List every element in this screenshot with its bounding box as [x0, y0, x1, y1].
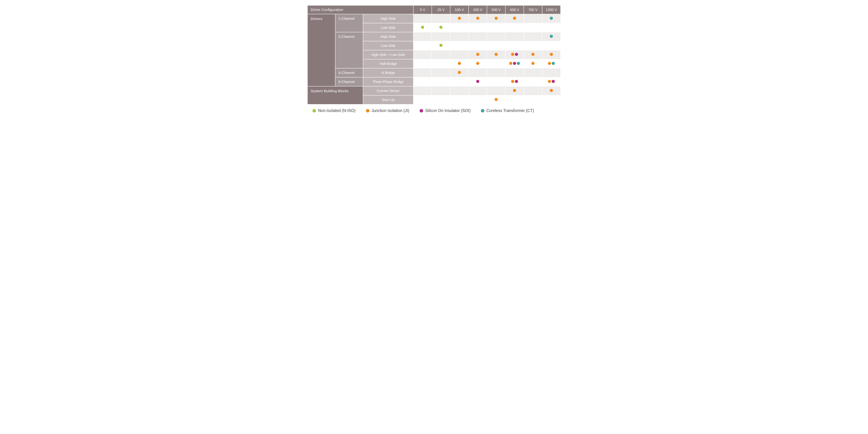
data-cell [469, 95, 487, 104]
row-label: Low-Side [363, 41, 413, 50]
data-cell [505, 59, 524, 68]
data-cell [469, 50, 487, 59]
legend: Non-Isolated (N-ISO)Junction Isolation (… [307, 108, 561, 113]
data-cell [432, 41, 450, 50]
data-cell [487, 32, 505, 41]
data-cell [524, 23, 542, 32]
data-cell [413, 68, 432, 77]
row-label: Three-Phase Bridge [363, 77, 413, 86]
data-cell [505, 41, 524, 50]
data-cell [450, 32, 469, 41]
data-cell [450, 41, 469, 50]
data-cell [505, 77, 524, 86]
row-label: High-Side [363, 14, 413, 23]
data-cell [542, 68, 561, 77]
data-cell [505, 14, 524, 23]
data-cell [487, 86, 505, 95]
data-cell [450, 77, 469, 86]
data-cell [524, 68, 542, 77]
niso-icon [312, 109, 316, 113]
legend-item-niso: Non-Isolated (N-ISO) [312, 108, 355, 113]
data-cell [432, 86, 450, 95]
ji-dot [458, 71, 461, 74]
data-cell [524, 77, 542, 86]
ji-dot [513, 89, 516, 92]
ji-dot [550, 89, 553, 92]
data-cell [542, 86, 561, 95]
ji-dot [550, 53, 553, 56]
soi-icon [420, 109, 423, 113]
ct-dot [550, 17, 553, 20]
data-cell [524, 50, 542, 59]
data-cell [542, 77, 561, 86]
header-voltage: 200 V [469, 5, 487, 14]
data-cell [487, 23, 505, 32]
data-cell [413, 95, 432, 104]
legend-item-ct: Coreless Transformer (CT) [481, 108, 534, 113]
data-cell [487, 77, 505, 86]
ct-icon [481, 109, 484, 113]
data-cell [542, 23, 561, 32]
header-voltage: 600 V [505, 5, 524, 14]
data-cell [413, 86, 432, 95]
ji-dot [548, 80, 551, 83]
ji-dot [476, 62, 479, 65]
ji-dot [511, 53, 514, 56]
legend-label: Non-Isolated (N-ISO) [318, 108, 355, 113]
legend-label: Silicon On Insulator (SOI) [425, 108, 470, 113]
row-label: Low-Side [363, 23, 413, 32]
data-cell [469, 77, 487, 86]
data-cell [432, 77, 450, 86]
ji-dot [495, 53, 498, 56]
header-voltage: 25 V [432, 5, 450, 14]
header-voltage: 1200 V [542, 5, 561, 14]
data-cell [432, 59, 450, 68]
data-cell [413, 32, 432, 41]
data-cell [542, 95, 561, 104]
data-cell [487, 41, 505, 50]
data-cell [542, 50, 561, 59]
ji-dot [476, 17, 479, 20]
driver-config-table: Driver Configuration5 V25 V100 V200 V500… [307, 5, 561, 104]
data-cell [524, 59, 542, 68]
data-cell [450, 14, 469, 23]
data-cell [487, 14, 505, 23]
data-cell [524, 86, 542, 95]
data-cell [432, 23, 450, 32]
header-config: Driver Configuration [307, 5, 413, 14]
row-label: Current Sense [363, 86, 413, 95]
data-cell [450, 86, 469, 95]
data-cell [542, 32, 561, 41]
legend-item-soi: Silicon On Insulator (SOI) [420, 108, 470, 113]
data-cell [450, 50, 469, 59]
data-cell [487, 68, 505, 77]
soi-dot [515, 53, 518, 56]
soi-dot [515, 80, 518, 83]
channel-label: 4-Channel [335, 68, 363, 77]
data-cell [487, 95, 505, 104]
data-cell [524, 41, 542, 50]
data-cell [505, 95, 524, 104]
data-cell [413, 41, 432, 50]
data-cell [469, 14, 487, 23]
data-cell [542, 14, 561, 23]
soi-dot [513, 62, 516, 65]
ji-dot [509, 62, 512, 65]
channel-label: 6-Channel [335, 77, 363, 86]
data-cell [524, 32, 542, 41]
data-cell [450, 59, 469, 68]
channel-label: 1-Channel [335, 14, 363, 32]
data-cell [487, 59, 505, 68]
data-cell [505, 32, 524, 41]
data-cell [505, 50, 524, 59]
soi-dot [552, 80, 555, 83]
data-cell [413, 23, 432, 32]
data-cell [505, 86, 524, 95]
data-cell [542, 41, 561, 50]
niso-dot [439, 44, 442, 47]
ji-dot [458, 17, 461, 20]
data-cell [450, 23, 469, 32]
ji-dot [458, 62, 461, 65]
ji-dot [513, 17, 516, 20]
channel-label: 2-Channel [335, 32, 363, 68]
